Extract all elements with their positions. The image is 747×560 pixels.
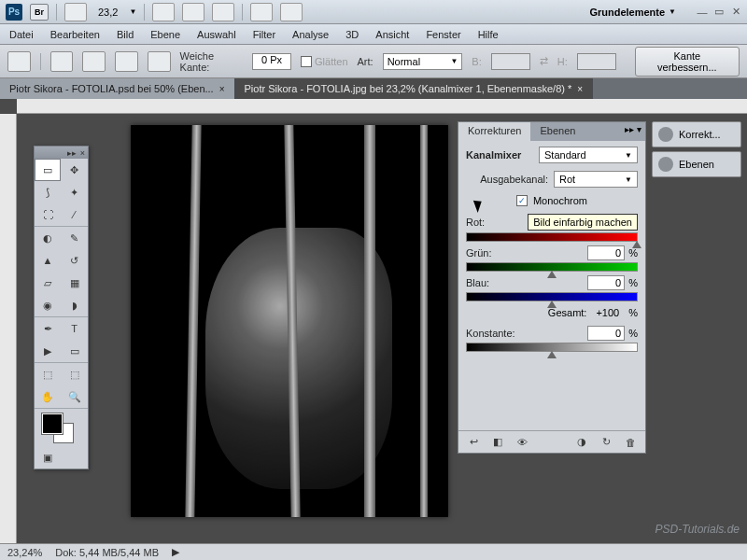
hand-tool-icon[interactable] bbox=[152, 3, 175, 21]
menu-hilfe[interactable]: Hilfe bbox=[478, 29, 499, 40]
menu-bar: Datei Bearbeiten Bild Ebene Auswahl Filt… bbox=[0, 24, 747, 45]
new-selection-icon[interactable] bbox=[50, 51, 74, 72]
subtract-selection-icon[interactable] bbox=[115, 51, 138, 72]
panel-collapse-icon[interactable]: ▸▸ ▾ bbox=[621, 122, 645, 141]
kanalmixer-title: Kanalmixer bbox=[466, 149, 533, 161]
minimize-icon[interactable]: — bbox=[697, 7, 708, 18]
current-tool-icon[interactable] bbox=[7, 51, 31, 72]
watermark: PSD-Tutorials.de bbox=[655, 523, 740, 536]
blur-tool[interactable]: ◉ bbox=[35, 294, 61, 316]
side-ebenen[interactable]: Ebenen bbox=[652, 151, 741, 177]
style-select[interactable]: Normal▼ bbox=[383, 53, 463, 70]
fg-color-swatch[interactable] bbox=[42, 413, 63, 434]
canvas[interactable] bbox=[131, 125, 448, 517]
quickmask-button[interactable]: ▣ bbox=[35, 446, 61, 469]
menu-datei[interactable]: Datei bbox=[9, 29, 34, 40]
eyedropper-tool[interactable]: ⁄ bbox=[62, 203, 88, 226]
soft-edge-label: Weiche Kante: bbox=[180, 50, 244, 73]
tab-ebenen[interactable]: Ebenen bbox=[530, 122, 585, 141]
doc-tab-inactive[interactable]: Piotr Sikora - FOTOLIA.psd bei 50% (Eben… bbox=[0, 78, 235, 99]
menu-bild[interactable]: Bild bbox=[117, 29, 134, 40]
menu-bearbeiten[interactable]: Bearbeiten bbox=[50, 29, 100, 40]
konstante-slider[interactable] bbox=[466, 343, 638, 352]
toolbox: ▸▸× ▭ ✥ ⟆ ✦ ⛶ ⁄ ◐ ✎ ▲ ↺ ▱ ▦ ◉ ◗ ✒ T ▶ ▭ … bbox=[34, 146, 89, 469]
hand-tool[interactable]: ✋ bbox=[35, 385, 61, 408]
screen-mode-button[interactable] bbox=[280, 3, 303, 21]
marquee-tool[interactable]: ▭ bbox=[35, 159, 61, 181]
red-slider[interactable] bbox=[466, 232, 638, 242]
green-slider[interactable] bbox=[466, 262, 638, 272]
type-tool[interactable]: T bbox=[62, 317, 88, 340]
document-tabs: Piotr Sikora - FOTOLIA.psd bei 50% (Eben… bbox=[0, 78, 747, 99]
zoom-tool-icon[interactable] bbox=[182, 3, 204, 21]
heal-tool[interactable]: ◐ bbox=[35, 227, 61, 249]
adjustments-panel: Korrekturen Ebenen ▸▸ ▾ Kanalmixer Stand… bbox=[458, 121, 646, 454]
prev-state-icon[interactable]: ◑ bbox=[574, 435, 589, 450]
green-input[interactable] bbox=[587, 245, 625, 260]
menu-ansicht[interactable]: Ansicht bbox=[375, 29, 409, 40]
antialias-checkbox[interactable] bbox=[301, 56, 312, 67]
menu-3d[interactable]: 3D bbox=[345, 29, 359, 40]
crop-tool[interactable]: ⛶ bbox=[35, 203, 61, 226]
path-select-tool[interactable]: ▶ bbox=[35, 340, 61, 362]
brush-tool[interactable]: ✎ bbox=[62, 227, 88, 249]
reset-icon[interactable]: ↻ bbox=[599, 435, 613, 450]
workspace-selector[interactable]: Grundelemente▼ bbox=[584, 5, 682, 20]
view-extras-button[interactable] bbox=[64, 3, 87, 21]
bridge-button[interactable]: Br bbox=[30, 4, 49, 21]
move-tool[interactable]: ✥ bbox=[62, 159, 88, 181]
shape-tool[interactable]: ▭ bbox=[62, 340, 88, 362]
gradient-tool[interactable]: ▦ bbox=[62, 272, 88, 294]
refine-edge-button[interactable]: Kante verbessern... bbox=[635, 47, 740, 77]
visibility-icon[interactable]: 👁 bbox=[514, 435, 529, 450]
return-arrow-icon[interactable]: ↩ bbox=[466, 435, 481, 450]
menu-ebene[interactable]: Ebene bbox=[150, 29, 180, 40]
blue-input[interactable] bbox=[587, 275, 625, 290]
pen-tool[interactable]: ✒ bbox=[35, 317, 61, 340]
dodge-tool[interactable]: ◗ bbox=[62, 294, 88, 316]
ruler-horizontal[interactable] bbox=[17, 99, 747, 114]
canvas-image bbox=[131, 125, 448, 517]
3d-camera-tool[interactable]: ⬚ bbox=[62, 363, 88, 385]
cursor-icon bbox=[473, 198, 485, 213]
konstante-input[interactable] bbox=[587, 326, 625, 341]
doc-tab-active[interactable]: Piotr Sikora - FOTOLIA.jpg bei 23,2% (Ka… bbox=[235, 78, 594, 99]
arrange-docs-button[interactable] bbox=[250, 3, 273, 21]
intersect-selection-icon[interactable] bbox=[148, 51, 171, 72]
close-icon[interactable]: ✕ bbox=[730, 7, 741, 18]
tab-korrekturen[interactable]: Korrekturen bbox=[458, 122, 530, 141]
maximize-icon[interactable]: ▭ bbox=[713, 7, 725, 18]
close-tab-icon[interactable]: × bbox=[577, 84, 583, 94]
history-brush-tool[interactable]: ↺ bbox=[62, 249, 88, 272]
preset-select[interactable]: Standard▼ bbox=[539, 147, 638, 163]
eraser-tool[interactable]: ▱ bbox=[35, 272, 61, 294]
trash-icon[interactable]: 🗑 bbox=[623, 435, 638, 450]
menu-filter[interactable]: Filter bbox=[253, 29, 275, 40]
rotate-view-icon[interactable] bbox=[212, 3, 234, 21]
menu-fenster[interactable]: Fenster bbox=[426, 29, 460, 40]
status-arrow-icon[interactable]: ▶ bbox=[172, 546, 179, 558]
side-korrekturen[interactable]: Korrekt... bbox=[652, 121, 741, 147]
stamp-tool[interactable]: ▲ bbox=[35, 249, 61, 272]
toolbox-close-icon[interactable]: × bbox=[80, 148, 85, 158]
add-selection-icon[interactable] bbox=[82, 51, 106, 72]
color-swatches[interactable] bbox=[35, 409, 88, 446]
zoom-tool[interactable]: 🔍 bbox=[62, 385, 88, 408]
monochrome-checkbox[interactable]: ✓ bbox=[516, 195, 528, 206]
ruler-vertical[interactable] bbox=[0, 114, 17, 543]
clip-layer-icon[interactable]: ◧ bbox=[490, 435, 505, 450]
wand-tool[interactable]: ✦ bbox=[62, 181, 88, 203]
workspace-label: Grundelemente bbox=[589, 7, 665, 18]
zoom-value[interactable]: 23,2 bbox=[94, 7, 121, 18]
soft-edge-input[interactable]: 0 Px bbox=[252, 53, 291, 70]
close-tab-icon[interactable]: × bbox=[219, 84, 225, 94]
output-channel-select[interactable]: Rot▼ bbox=[554, 171, 638, 188]
toolbox-collapse-icon[interactable]: ▸▸ bbox=[67, 148, 77, 158]
lasso-tool[interactable]: ⟆ bbox=[35, 181, 61, 203]
status-doc[interactable]: Dok: 5,44 MB/5,44 MB bbox=[55, 547, 159, 558]
status-zoom[interactable]: 23,24% bbox=[7, 547, 42, 558]
menu-auswahl[interactable]: Auswahl bbox=[197, 29, 236, 40]
3d-tool[interactable]: ⬚ bbox=[35, 363, 61, 385]
menu-analyse[interactable]: Analyse bbox=[292, 29, 329, 40]
blue-slider[interactable] bbox=[466, 292, 638, 301]
